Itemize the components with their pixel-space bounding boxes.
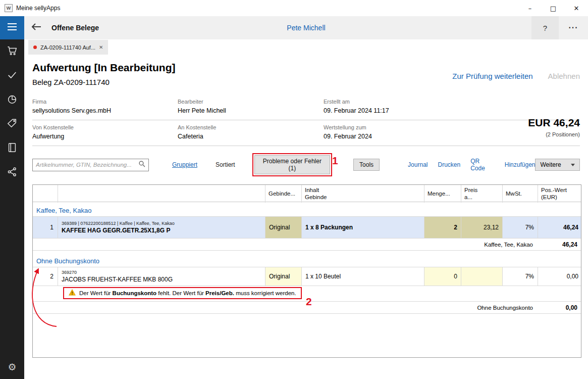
info-row-1: Firma sellysolutions Serv.ges.mbH Bearbe… xyxy=(32,94,580,120)
table-empty-area xyxy=(33,314,581,357)
weitere-dropdown[interactable]: Weitere xyxy=(535,159,580,171)
tab-close-icon[interactable]: ✕ xyxy=(99,44,103,50)
close-button[interactable]: ✕ xyxy=(565,0,588,16)
cell-preis[interactable]: 23,12 xyxy=(461,217,503,238)
field-value: Herr Pete Michell xyxy=(178,107,324,114)
hamburger-icon xyxy=(8,23,17,32)
hamburger-menu-button[interactable] xyxy=(0,16,24,39)
tab-label: ZA-0209-111740 Auf... xyxy=(40,44,95,51)
header-preis[interactable]: Preisa... xyxy=(461,185,503,203)
search-box xyxy=(32,159,149,171)
sidebar-item-approvals[interactable] xyxy=(0,64,24,88)
search-icon[interactable] xyxy=(138,160,145,169)
tools-button[interactable]: Tools xyxy=(353,159,380,171)
cell-menge[interactable]: 2 xyxy=(424,217,461,238)
document-tab[interactable]: ZA-0209-111740 Auf... ✕ xyxy=(28,40,108,55)
group-header-kaffee[interactable]: Kaffee, Tee, Kakao xyxy=(33,202,581,217)
field-bearbeiter: Bearbeiter Herr Pete Michell xyxy=(178,99,324,114)
app-icon: W xyxy=(5,4,13,12)
hinzufuegen-link[interactable]: Hinzufügen xyxy=(505,161,536,168)
positions-table: Gebinde... InhaltGebinde Menge... Preisa… xyxy=(32,184,581,358)
table-row[interactable]: 1 369389 | 07622200188512 | Kaffee | Kaf… xyxy=(33,217,581,239)
sidebar-item-pricing[interactable] xyxy=(0,112,24,136)
drucken-link[interactable]: Drucken xyxy=(438,161,460,168)
minimize-button[interactable]: – xyxy=(518,0,542,16)
cart-icon xyxy=(7,45,18,58)
subtotal-value: 0,00 xyxy=(537,304,581,311)
document-info: Firma sellysolutions Serv.ges.mbH Bearbe… xyxy=(32,94,580,146)
header-gebinde[interactable]: Gebinde... xyxy=(265,185,302,203)
weitere-label: Weitere xyxy=(540,161,561,168)
group-header-ohne-buchungskonto[interactable]: Ohne Buchungskonto xyxy=(33,251,581,267)
cell-gebinde[interactable]: Original xyxy=(265,217,302,238)
document-content: Aufwertung [In Bearbeitung] Zur Prüfung … xyxy=(24,62,588,358)
header-number xyxy=(33,185,58,203)
tab-bar: ZA-0209-111740 Auf... ✕ xyxy=(24,39,588,55)
pie-chart-icon xyxy=(7,93,18,107)
total-amount: EUR 46,24 xyxy=(528,117,580,129)
header-pos-wert[interactable]: Pos.-Wert(EUR) xyxy=(538,185,582,203)
sidebar-item-cart[interactable] xyxy=(0,39,24,64)
chevron-down-icon xyxy=(571,164,575,166)
sidebar-spacer xyxy=(0,185,24,355)
field-label: An Kostenstelle xyxy=(178,124,324,130)
cell-preis[interactable] xyxy=(461,267,503,286)
article-meta: 369389 | 07622200188512 | Kaffee | Kaffe… xyxy=(62,221,261,226)
more-options-button[interactable]: ··· xyxy=(559,16,588,39)
forward-for-review-link[interactable]: Zur Prüfung weiterleiten xyxy=(452,72,532,80)
qr-code-link[interactable]: QR Code xyxy=(470,158,495,172)
cell-inhalt: 1 x 10 Beutel xyxy=(302,267,424,286)
window-controls: – □ ✕ xyxy=(518,0,588,16)
search-input[interactable] xyxy=(36,162,138,168)
sortiert-toggle[interactable]: Sortiert xyxy=(216,161,235,168)
header-menge[interactable]: Menge... xyxy=(424,185,461,203)
journal-link[interactable]: Journal xyxy=(408,161,427,168)
header-mwst[interactable]: MwSt. xyxy=(503,185,538,203)
cell-mwst: 7% xyxy=(503,217,538,238)
article-name: JACOBS FRUEHST-KAFFEE MKB 800G xyxy=(62,276,261,283)
field-label: Von Kostenstelle xyxy=(32,124,178,130)
cell-menge[interactable]: 0 xyxy=(424,267,461,286)
document-actions: Zur Prüfung weiterleiten Ablehnen xyxy=(452,72,580,80)
field-value: 09. Februar 2024 11:17 xyxy=(324,107,580,114)
cell-gebinde[interactable]: Original xyxy=(265,267,302,286)
field-erstellt-am: Erstellt am 09. Februar 2024 11:17 xyxy=(324,99,580,114)
subtotal-label: Ohne Buchungskonto xyxy=(33,305,537,311)
field-label: Bearbeiter xyxy=(178,99,324,105)
field-label: Firma xyxy=(32,99,178,105)
maximize-button[interactable]: □ xyxy=(542,0,565,16)
cell-pos-wert: 0,00 xyxy=(538,267,582,286)
book-icon xyxy=(7,142,18,155)
user-name[interactable]: Pete Michell xyxy=(24,24,588,32)
probleme-oder-fehler-button[interactable]: Probleme oder Fehler (1) xyxy=(254,155,330,174)
header-inhalt-gebinde[interactable]: InhaltGebinde xyxy=(302,185,424,203)
row-description: 369389 | 07622200188512 | Kaffee | Kaffe… xyxy=(58,217,265,238)
annotation-box-1: Probleme oder Fehler (1) xyxy=(252,153,332,176)
validation-warning-row: Der Wert für Buchungskonto fehlt. Der We… xyxy=(33,286,581,302)
sidebar-item-settings[interactable]: ⚙ xyxy=(0,355,24,379)
cell-mwst: 7% xyxy=(503,267,538,286)
table-row[interactable]: 2 369270 JACOBS FRUEHST-KAFFEE MKB 800G … xyxy=(33,267,581,286)
sidebar-item-journal[interactable] xyxy=(0,136,24,161)
group-subtotal-ohne-buchungskonto: Ohne Buchungskonto 0,00 xyxy=(33,302,581,314)
gruppiert-link[interactable]: Gruppiert xyxy=(172,161,197,168)
back-button[interactable] xyxy=(24,16,48,39)
article-name: KAFFEE HAG GEGR.GETR.25X1,8G P xyxy=(62,227,261,234)
row-number: 1 xyxy=(33,217,58,238)
cell-inhalt: 1 x 8 Packungen xyxy=(302,217,424,238)
tag-icon xyxy=(7,118,18,131)
page-title: Offene Belege xyxy=(51,24,99,32)
field-value: Cafeteria xyxy=(178,133,324,140)
field-value: Aufwertung xyxy=(32,133,178,140)
subtotal-label: Kaffee, Tee, Kakao xyxy=(33,242,537,248)
share-icon xyxy=(7,166,18,179)
sidebar-item-share[interactable] xyxy=(0,161,24,185)
reject-link[interactable]: Ablehnen xyxy=(548,72,580,80)
document-total: EUR 46,24 (2 Positionen) xyxy=(528,117,580,137)
warning-triangle-icon xyxy=(69,289,76,297)
main-area: ZA-0209-111740 Auf... ✕ Aufwertung [In B… xyxy=(24,39,588,379)
settings-gear-icon: ⚙ xyxy=(8,362,16,372)
sidebar-item-statistics[interactable] xyxy=(0,88,24,112)
help-button[interactable]: ? xyxy=(531,16,559,39)
window-title: Meine sellyApps xyxy=(16,5,60,12)
